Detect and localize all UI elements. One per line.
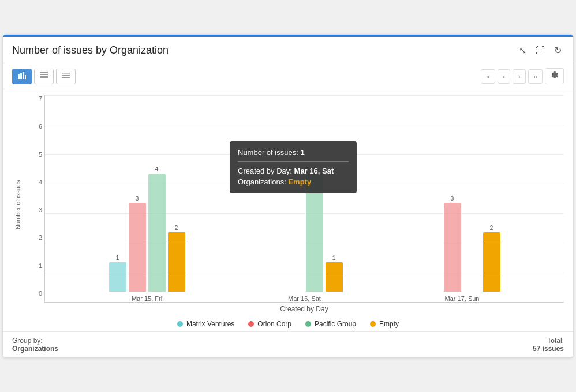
bar-pacific-mar15[interactable] [148,174,166,292]
bar-empty-mar17[interactable] [483,232,500,292]
bar-wrapper: 0 [424,284,442,292]
bar-value: 1 [116,255,119,261]
legend-label-empty: Empty [379,320,399,328]
bar-orion-mar17[interactable] [444,203,461,292]
svg-rect-7 [40,77,48,78]
legend-dot-empty [370,321,376,327]
bar-wrapper: 4 [306,166,323,292]
bar-wrapper: 0 [463,284,481,292]
prev-page-button[interactable]: ‹ [498,69,510,84]
expand-button[interactable]: ⛶ [533,44,547,57]
toolbar: « ‹ › » [3,63,573,89]
svg-rect-3 [25,75,26,79]
bar-value: 3 [136,195,139,202]
card-header: Number of issues by Organization ⤡ ⛶ ↻ [3,37,573,63]
main-card: Number of issues by Organization ⤡ ⛶ ↻ «… [2,34,574,358]
footer-group-by: Group by: Organizations [12,337,58,353]
bar-empty-mar16[interactable] [326,262,343,292]
list-view-button[interactable] [56,69,76,84]
legend-item-pacific: Pacific Group [305,320,356,328]
group-label-mar17: Mar 17, Sun [445,295,480,302]
bar-group-mar15: 1 3 [109,166,185,302]
next-page-button[interactable]: › [513,69,525,84]
svg-rect-5 [40,74,48,75]
view-toggle [12,69,76,84]
legend-label-pacific: Pacific Group [315,320,356,328]
svg-rect-4 [40,72,48,73]
legend-label-orion: Orion Corp [257,320,291,328]
bar-wrapper: 1 [109,255,126,292]
bar-empty-mar15[interactable] [168,232,185,292]
svg-rect-10 [62,77,70,78]
pagination-controls: « ‹ › » [481,68,564,84]
legend-item-empty: Empty [370,320,399,328]
svg-rect-0 [18,74,20,79]
bar-wrapper: 0 [267,284,284,292]
chart-legend: Matrix Ventures Orion Corp Pacific Group… [12,314,564,331]
legend-dot-pacific [305,321,311,327]
svg-rect-6 [40,76,48,77]
group-by-label: Group by: [12,337,43,345]
footer-total: Total: 57 issues [533,337,564,353]
chart-container: Number of issues 0 1 2 3 4 5 6 7 [12,95,564,314]
last-page-button[interactable]: » [528,69,543,84]
legend-dot-orion [248,321,254,327]
header-actions: ⤡ ⛶ ↻ [517,44,564,57]
bar-value: 2 [175,225,178,231]
svg-rect-2 [23,72,24,79]
legend-item-matrix: Matrix Ventures [177,320,234,328]
bar-orion-mar15[interactable] [129,203,146,292]
x-axis-label: Created by Day [44,305,564,313]
legend-label-matrix: Matrix Ventures [186,320,234,328]
bar-pacific-mar16[interactable] [306,174,323,292]
group-label-mar16: Mar 16, Sat [288,295,321,302]
svg-rect-1 [20,73,22,79]
bar-wrapper: 0 [286,284,304,292]
total-value: 57 issues [533,345,564,353]
svg-rect-9 [62,75,70,76]
page-title: Number of issues by Organization [12,44,169,56]
bar-wrapper: 3 [129,195,146,292]
bar-group-mar17: 0 3 [424,195,500,302]
minimize-button[interactable]: ⤡ [517,44,529,57]
svg-rect-8 [62,73,70,74]
legend-item-orion: Orion Corp [248,320,291,328]
table-view-button[interactable] [34,69,54,84]
y-axis-label: Number of issues [12,95,24,314]
group-by-value: Organizations [12,345,58,353]
chart-area: Number of issues 0 1 2 3 4 5 6 7 [3,89,573,331]
bar-group-mar16: 0 0 [267,166,343,302]
refresh-button[interactable]: ↻ [552,44,564,57]
bar-value: 4 [155,166,159,172]
group-label-mar15: Mar 15, Fri [132,295,162,302]
bar-wrapper: 3 [444,195,461,292]
total-label: Total: [547,337,564,345]
bar-wrapper: 1 [326,255,343,292]
legend-dot-matrix [177,321,183,327]
settings-button[interactable] [545,68,564,84]
chart-view-button[interactable] [12,69,32,84]
bar-wrapper: 4 [148,166,166,292]
card-footer: Group by: Organizations Total: 57 issues [3,331,573,357]
bar-wrapper: 2 [168,225,185,292]
first-page-button[interactable]: « [481,69,495,84]
bar-wrapper: 2 [483,225,500,292]
bar-matrix-mar15[interactable] [109,262,126,292]
